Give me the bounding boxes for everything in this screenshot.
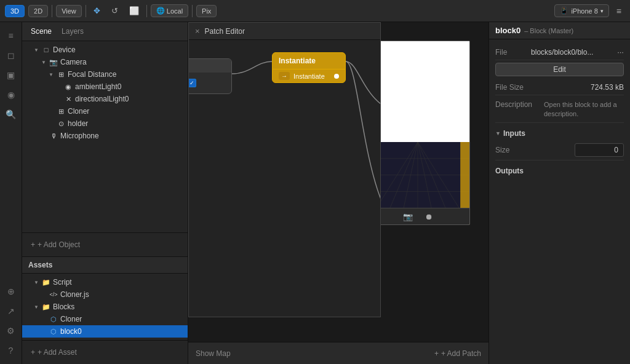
search-icon-btn[interactable]: 🔍 — [2, 106, 20, 123]
instantiate-output-label: Instantiate — [293, 73, 325, 80]
microphone-label: Microphone — [60, 132, 99, 140]
btn-view[interactable]: View — [56, 5, 82, 17]
screen-tap-header: een Tap — [189, 59, 231, 73]
add-asset-btn[interactable]: + + Add Asset — [27, 346, 183, 359]
record-btn[interactable]: ⏺ — [425, 212, 433, 221]
microphone-icon: 🎙 — [49, 132, 58, 140]
tree-item-microphone[interactable]: 🎙 Microphone — [22, 130, 188, 142]
add-icon-btn[interactable]: ⊕ — [2, 283, 20, 300]
tree-item-holder[interactable]: ⊙ holder — [22, 117, 188, 130]
cloner-label: Cloner — [68, 107, 89, 116]
scene-panel: Scene Layers ▼ □ Device ▼ 📷 Camera ▼ ⊞ F… — [22, 22, 188, 364]
enabled-checkbox[interactable]: ✓ — [189, 79, 196, 87]
tree-item-camera[interactable]: ▼ 📷 Camera — [22, 56, 188, 68]
show-map-btn[interactable]: Show Map — [196, 349, 231, 358]
file-label: File — [495, 48, 507, 57]
assets-title: Assets — [28, 261, 52, 269]
block0-icon: ⬡ — [49, 328, 58, 336]
share-icon-btn[interactable]: ↗ — [2, 303, 20, 320]
menu-btn[interactable]: ≡ — [613, 5, 625, 17]
add-object-plus-icon: + — [31, 240, 35, 249]
directional-label: directionalLight0 — [75, 95, 129, 103]
add-object-btn[interactable]: + + Add Object — [27, 238, 183, 251]
inputs-section-title: ▼ Inputs — [495, 129, 624, 138]
screen-tap-body: → bled ✓ — [189, 73, 231, 93]
cloner-block-icon: ⬡ — [49, 315, 58, 323]
add-patch-plus-icon: + — [434, 349, 439, 358]
tree-item-focal[interactable]: ▼ ⊞ Focal Distance — [22, 68, 188, 81]
tree-item-script[interactable]: ▼ 📁 Script — [22, 276, 188, 288]
block-subtitle: – Block (Master) — [524, 27, 573, 34]
instantiate-title: Instantiate — [279, 57, 316, 65]
patch-title: Patch Editor — [205, 27, 245, 36]
btn-local[interactable]: 🌐 Local — [151, 4, 188, 17]
block0-label: block0 — [60, 327, 82, 336]
instantiate-icon: → — [279, 72, 290, 80]
layers-icon-btn[interactable]: ≡ — [2, 27, 20, 44]
divider-2 — [86, 5, 86, 17]
assets-section: Assets ▼ 📁 Script </> Cloner.js ▼ — [22, 256, 188, 364]
device-icon: □ — [42, 46, 50, 53]
add-asset-label: + Add Asset — [38, 348, 77, 357]
btn-2d[interactable]: 2D — [28, 5, 48, 17]
btn-pixels[interactable]: Pix — [196, 5, 217, 17]
device-selector[interactable]: 📱 iPhone 8 ▾ — [554, 4, 608, 17]
screenshot-btn[interactable]: 📷 — [403, 212, 413, 221]
divider-1 — [52, 5, 52, 17]
cloner-block-label: Cloner — [60, 315, 82, 323]
size-label: Size — [495, 146, 509, 154]
patch-editor: × Patch Editor een Tap → — [188, 22, 381, 317]
chevron-down-icon-device: ▾ — [600, 8, 604, 14]
assets-header: Assets — [22, 256, 188, 274]
tree-item-cloner-block[interactable]: ⬡ Cloner — [22, 313, 188, 325]
patch-editor-header: × Patch Editor — [189, 23, 380, 40]
block-title: block0 — [495, 26, 520, 35]
tree-item-block0[interactable]: ⬡ block0 — [22, 325, 188, 338]
frame-icon-btn[interactable]: ⬜ — [126, 4, 143, 18]
brush-icon-btn[interactable]: ▣ — [2, 66, 20, 84]
outputs-label: Outputs — [495, 167, 524, 175]
top-bar: 3D 2D View ✥ ↺ ⬜ 🌐 Local Pix 📱 iPhone 8 … — [0, 0, 630, 22]
scene-tree: ▼ □ Device ▼ 📷 Camera ▼ ⊞ Focal Distance… — [22, 41, 188, 232]
eye-icon-btn[interactable]: ◉ — [2, 86, 20, 103]
edit-btn[interactable]: Edit — [495, 63, 624, 76]
patch-close-btn[interactable]: × — [195, 26, 200, 36]
tree-item-device[interactable]: ▼ □ Device — [22, 44, 188, 56]
tree-item-cloner[interactable]: ⊞ Cloner — [22, 105, 188, 117]
file-size-value: 724.53 kB — [591, 83, 624, 92]
add-object-label: + Add Object — [38, 240, 80, 249]
blocks-icon: 📁 — [42, 303, 50, 311]
main-layout: ≡ ◻ ▣ ◉ 🔍 ⊕ ↗ ⚙ ? Scene Layers ▼ □ Devic… — [0, 22, 630, 364]
script-icon: 📁 — [42, 279, 50, 287]
settings-icon-btn[interactable]: ⚙ — [2, 322, 20, 339]
add-asset-plus-icon: + — [31, 348, 35, 357]
tree-item-ambient[interactable]: ◉ ambientLight0 — [22, 81, 188, 93]
tree-item-directional[interactable]: ✕ directionalLight0 — [22, 93, 188, 105]
tab-scene[interactable]: Scene — [28, 26, 54, 37]
camera-label: Camera — [60, 58, 87, 66]
add-patch-label: + Add Patch — [441, 349, 481, 358]
clonerjs-icon: </> — [49, 291, 58, 298]
inputs-label: Inputs — [503, 129, 525, 138]
instantiate-node: Instantiate → Instantiate — [272, 52, 346, 83]
blocks-label: Blocks — [53, 303, 74, 311]
phone-icon: 📱 — [560, 7, 568, 15]
add-patch-btn[interactable]: + + Add Patch — [434, 349, 481, 358]
select-icon-btn[interactable]: ◻ — [2, 47, 20, 64]
script-label: Script — [53, 278, 72, 287]
file-row: File blocks/block0/blo... ··· — [495, 44, 624, 60]
viewport[interactable]: 📷 ⏺ + × Patch Editor — [188, 22, 488, 342]
btn-3d[interactable]: 3D — [5, 5, 25, 17]
patch-canvas[interactable]: een Tap → bled ✓ — [189, 40, 380, 317]
tree-item-blocks[interactable]: ▼ 📁 Blocks — [22, 301, 188, 313]
move-icon-btn[interactable]: ✥ — [90, 4, 104, 18]
file-value: blocks/block0/blo... — [531, 48, 593, 57]
size-input[interactable] — [575, 143, 624, 157]
viewport-bg: 📷 ⏺ + × Patch Editor — [188, 22, 488, 342]
rotate-icon-btn[interactable]: ↺ — [108, 4, 122, 18]
tab-layers[interactable]: Layers — [59, 26, 86, 37]
file-ellipsis-btn[interactable]: ··· — [617, 47, 624, 57]
question-icon-btn[interactable]: ? — [2, 342, 20, 359]
local-label: Local — [167, 7, 183, 15]
tree-item-clonerjs[interactable]: </> Cloner.js — [22, 288, 188, 301]
